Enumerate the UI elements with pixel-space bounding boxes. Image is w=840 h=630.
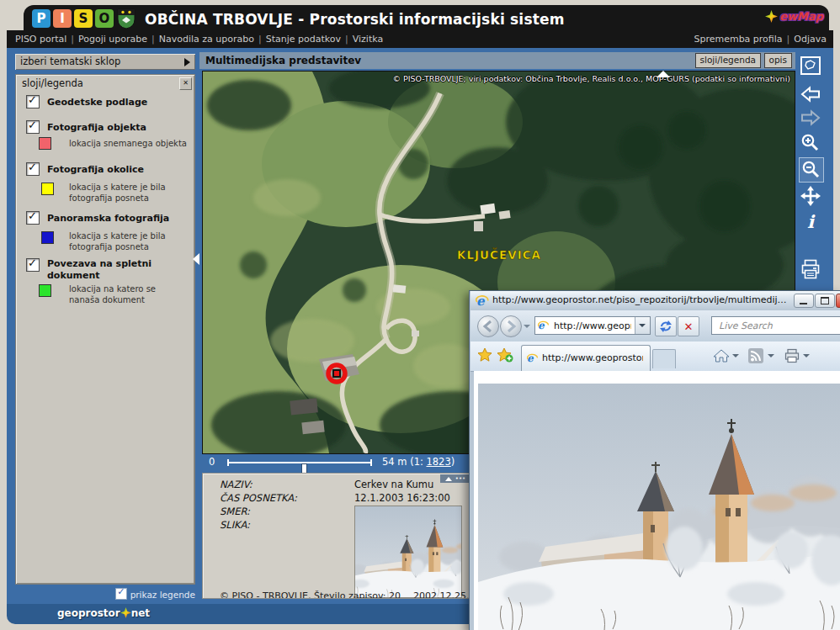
scale-zero-label: 0 xyxy=(209,456,215,468)
legend-swatch-red xyxy=(39,137,51,150)
map-description-button[interactable]: opis xyxy=(764,53,792,68)
photo-thumbnail[interactable] xyxy=(354,506,462,598)
menu-separator: | xyxy=(345,34,348,45)
maximize-button[interactable] xyxy=(815,294,835,308)
layer-checkbox-geodetske[interactable]: ✓ xyxy=(26,95,40,109)
check-icon: ✓ xyxy=(28,119,37,131)
tab-label: http://www.geoprostor.... xyxy=(542,352,643,363)
zoom-out-icon[interactable] xyxy=(799,157,824,183)
check-icon: ✓ xyxy=(117,586,125,597)
layer-label[interactable]: Fotografija objekta xyxy=(47,122,182,134)
new-tab-button[interactable] xyxy=(652,349,676,368)
place-label: KLJUČEVICA xyxy=(457,247,541,262)
main-menu: PISO portal|Pogoji uporabe|Navodila za u… xyxy=(15,34,383,45)
scale-value: 54 m (1: 1823) xyxy=(382,456,455,468)
collapse-up-icon xyxy=(445,477,452,481)
layer-checkbox-foto-okolice[interactable]: ✓ xyxy=(26,162,40,176)
ewmap-text: ewMap xyxy=(779,10,823,23)
layer-label[interactable]: Povezava na spletni dokument xyxy=(47,258,173,282)
home-dropdown-icon[interactable] xyxy=(732,354,739,357)
info-row-value: Cerkev na Kumu xyxy=(354,479,433,490)
browser-back-button[interactable] xyxy=(477,315,499,337)
add-favorite-star-icon[interactable] xyxy=(497,347,513,366)
scale-ratio-link[interactable]: 1823 xyxy=(426,456,450,468)
search-box[interactable]: Live Search xyxy=(711,316,840,335)
menu-separator: | xyxy=(787,34,790,45)
piso-logo-letter: S xyxy=(74,9,93,28)
minimize-button[interactable] xyxy=(794,294,814,308)
zoom-in-icon[interactable] xyxy=(799,131,822,155)
legend-text: lokacija snemanega objekta xyxy=(69,138,189,149)
layer-checkbox-panoramska[interactable]: ✓ xyxy=(26,211,40,225)
layer-checkbox-foto-objekta[interactable]: ✓ xyxy=(26,120,40,134)
info-row-value: 12.1.2003 16:23:00 xyxy=(354,492,450,504)
menu-odjava[interactable]: Odjava xyxy=(794,34,827,45)
layer-checkbox-povezava[interactable]: ✓ xyxy=(26,258,40,272)
maximize-icon xyxy=(821,297,829,304)
menu-separator: | xyxy=(258,34,262,45)
popup-title-bar[interactable]: e http://www.geoprostor.net/piso_repozit… xyxy=(471,291,840,310)
close-button[interactable] xyxy=(836,294,840,308)
menu-sprememba-profila[interactable]: Sprememba profila xyxy=(694,34,782,45)
layer-label[interactable]: Panoramska fotografija xyxy=(47,213,182,225)
close-icon[interactable]: ✕ xyxy=(179,77,192,90)
print-dropdown-icon[interactable] xyxy=(803,354,810,357)
refresh-button[interactable] xyxy=(655,316,677,336)
menu-pogoji-uporabe[interactable]: Pogoji uporabe xyxy=(78,34,147,45)
back-icon[interactable] xyxy=(799,82,822,106)
popup-tab-bar: e http://www.geoprostor.... xyxy=(471,341,840,372)
forward-icon[interactable] xyxy=(799,106,822,130)
check-icon: ✓ xyxy=(28,161,37,173)
info-row-label: SLIKA: xyxy=(220,519,250,531)
map-panel-header: Multimedijska predstavitev sloji/legenda… xyxy=(199,52,795,69)
menu-navodila[interactable]: Navodila za uporabo xyxy=(159,34,254,45)
topic-selector-bar[interactable]: izberi tematski sklop xyxy=(15,54,195,70)
browser-tab-active[interactable]: e http://www.geoprostor.... xyxy=(521,345,651,371)
browser-popup-window: e http://www.geoprostor.net/piso_repozit… xyxy=(469,290,840,630)
feeds-dropdown-icon[interactable] xyxy=(768,354,774,357)
collapse-up-handle[interactable] xyxy=(657,71,670,77)
home-icon[interactable] xyxy=(713,348,730,367)
chevron-down-icon xyxy=(639,324,646,327)
legend-text: lokacija s katere je bila fotografija po… xyxy=(69,230,189,252)
ie-icon: e xyxy=(538,320,550,331)
panel-collapse-button[interactable]: ••• xyxy=(440,474,471,483)
browser-forward-button[interactable] xyxy=(500,315,522,337)
history-dropdown-icon[interactable] xyxy=(524,325,530,328)
show-legend-checkbox[interactable]: ✓ xyxy=(115,588,127,600)
map-panel-title: Multimedijska predstavitev xyxy=(205,55,361,66)
ewmap-logo: ewMap xyxy=(765,10,823,23)
favorites-star-icon[interactable] xyxy=(477,347,492,366)
menu-vizitka[interactable]: Vizitka xyxy=(353,34,383,45)
more-dots-icon: ••• xyxy=(455,477,465,480)
legend-swatch-blue xyxy=(41,231,54,244)
page-title: OBČINA TRBOVLJE - Prostorski informacijs… xyxy=(145,11,565,28)
pan-icon[interactable] xyxy=(799,184,822,208)
layer-label[interactable]: Geodetske podlage xyxy=(47,97,182,109)
map-layers-button[interactable]: sloji/legenda xyxy=(695,53,761,68)
geoprostor-logo[interactable]: geoprostornet xyxy=(7,607,200,619)
show-legend-label: prikaz legende xyxy=(130,590,195,600)
ie-icon: e xyxy=(527,352,539,364)
info-footer-left: © PISO - TRBOVLJE, Število zapisov: 20 xyxy=(220,590,401,599)
scale-slider-track[interactable] xyxy=(227,462,372,463)
menu-stanje-podatkov[interactable]: Stanje podatkov xyxy=(266,34,341,45)
identify-info-icon[interactable]: i xyxy=(799,209,822,233)
overview-map-icon[interactable] xyxy=(799,54,822,77)
address-dropdown-button[interactable] xyxy=(635,317,650,334)
geoprostor-text: net xyxy=(131,607,150,619)
menu-piso-portal[interactable]: PISO portal xyxy=(15,34,66,45)
stop-button[interactable]: ✕ xyxy=(678,316,699,336)
collapse-left-handle[interactable] xyxy=(193,253,199,265)
rss-feed-icon[interactable] xyxy=(748,348,763,367)
piso-logo[interactable]: P I S O xyxy=(32,9,114,28)
print-icon[interactable] xyxy=(799,257,822,281)
geoprostor-star-icon xyxy=(120,607,131,618)
layer-label[interactable]: Fotografija okolice xyxy=(47,164,182,176)
search-box-text: Live Search xyxy=(719,320,773,331)
address-bar[interactable]: e http://www.geopro xyxy=(534,316,651,335)
print-icon[interactable] xyxy=(784,348,800,367)
scale-text: ) xyxy=(451,456,455,468)
minimize-icon xyxy=(800,303,807,304)
map-copyright: © PISO-TRBOVLJE; viri podatkov: Občina T… xyxy=(393,74,790,83)
